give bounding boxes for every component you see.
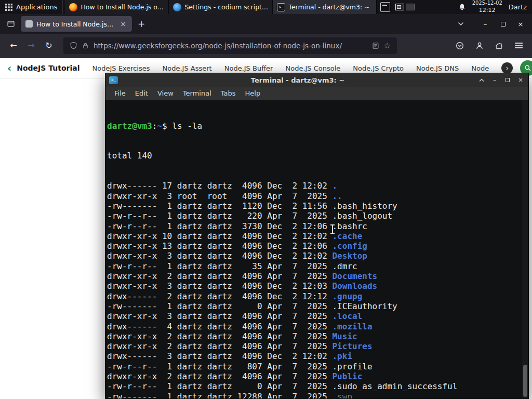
file-name: .cache xyxy=(332,231,362,241)
mouse-text-cursor xyxy=(332,225,333,233)
terminal-listing-line: drwxr-xr-x 13 dartz dartz 4096 Dec 2 12:… xyxy=(107,241,521,251)
menu-tabs[interactable]: Tabs xyxy=(216,89,241,97)
applications-menu-button[interactable]: Applications xyxy=(0,0,62,14)
terminal-minimize-button[interactable]: – xyxy=(490,76,499,84)
menu-view[interactable]: View xyxy=(153,89,178,97)
terminal-listing-line: drwxr-xr-x 2 dartz dartz 4096 Apr 7 2025… xyxy=(107,271,521,281)
terminal-app-icon: >_ xyxy=(109,76,118,84)
file-name: .local xyxy=(332,311,362,321)
tray-terminal-icon[interactable] xyxy=(380,2,390,12)
workspace-2[interactable] xyxy=(406,4,415,10)
terminal-close-button[interactable]: × xyxy=(516,76,525,84)
clock[interactable]: 2025-12-02 12:12 xyxy=(472,0,502,14)
workspace-1[interactable] xyxy=(395,4,404,10)
taskbar-item-browser[interactable]: How to Install Node.js o... xyxy=(65,0,169,14)
tab-title: How to Install Node.js on xyxy=(36,20,115,28)
terminal-command: ls -la xyxy=(172,121,202,131)
applications-icon xyxy=(5,4,12,11)
maximize-icon xyxy=(506,78,510,82)
subnav-link[interactable]: Node xyxy=(471,64,489,72)
subnav-link[interactable]: Node.JS Buffer xyxy=(224,64,273,72)
pocket-icon[interactable] xyxy=(456,42,464,50)
terminal-maximize-button[interactable] xyxy=(503,76,512,84)
subnav-more-button[interactable]: › xyxy=(501,62,513,74)
firefox-icon xyxy=(69,3,77,11)
clock-time: 12:12 xyxy=(472,7,502,14)
terminal-menubar: File Edit View Terminal Tabs Help xyxy=(105,87,528,100)
file-name: .bash_history xyxy=(332,201,397,211)
settings-app-icon xyxy=(173,3,181,11)
file-name: .swp xyxy=(332,392,352,398)
firefox-view-button[interactable] xyxy=(3,17,19,31)
terminal-icon: >_ xyxy=(277,3,285,11)
terminal-listing-line: drwxr-xr-x 3 dartz dartz 4096 Dec 2 12:0… xyxy=(107,251,521,261)
clock-date: 2025-12-02 xyxy=(472,0,502,7)
file-name: .config xyxy=(332,241,367,251)
new-tab-button[interactable]: + xyxy=(134,17,149,31)
terminal-listing-line: -rw-r--r-- 1 dartz dartz 220 Apr 7 2025 … xyxy=(107,211,521,221)
taskbar-item-settings[interactable]: Settings - codium script... xyxy=(169,0,273,14)
terminal-listing-line: drwxr-xr-x 2 dartz dartz 4096 Apr 7 2025… xyxy=(107,331,521,341)
top-panel: Applications How to Install Node.js o...… xyxy=(0,0,532,14)
notification-bell-icon[interactable] xyxy=(458,3,466,11)
subnav-link[interactable]: Node.JS DNS xyxy=(416,64,459,72)
subnav-link[interactable]: Node.JS Crypto xyxy=(353,64,404,72)
window-controls: – × xyxy=(477,17,529,31)
subnav-current-item[interactable]: NodeJS Tutorial xyxy=(17,64,79,72)
browser-close-button[interactable]: × xyxy=(512,17,529,31)
taskbar-item-terminal[interactable]: >_ Terminal - dartz@vm3: ~ xyxy=(273,0,377,14)
lock-icon xyxy=(82,42,89,49)
applications-label: Applications xyxy=(16,3,57,11)
file-name: Pictures xyxy=(332,341,372,351)
workspace-switcher xyxy=(395,4,415,10)
menu-icon[interactable] xyxy=(515,43,523,48)
terminal-scrollbar-thumb[interactable] xyxy=(523,365,527,397)
subnav-link[interactable]: Node.JS Assert xyxy=(163,64,212,72)
url-text[interactable]: https://www.geeksforgeeks.org/node-js/in… xyxy=(94,42,367,50)
terminal-shade-button[interactable] xyxy=(477,76,486,84)
file-name: Downloads xyxy=(332,281,377,291)
terminal-listing-line: drwx------ 3 dartz dartz 4096 Dec 2 12:0… xyxy=(107,351,521,361)
file-name: .dmrc xyxy=(332,261,357,271)
subnav-link[interactable]: Node.JS Console xyxy=(285,64,340,72)
terminal-body[interactable]: dartz@vm3:~$ ls -la total 140 drwx------… xyxy=(105,100,528,398)
terminal-listing-line: -rw-r--r-- 1 dartz dartz 3730 Dec 2 12:0… xyxy=(107,221,521,231)
browser-minimize-button[interactable]: – xyxy=(477,17,494,31)
terminal-titlebar[interactable]: >_ Terminal - dartz@vm3: ~ – × xyxy=(105,73,528,87)
url-bar[interactable]: https://www.geeksforgeeks.org/node-js/in… xyxy=(63,37,397,54)
bookmark-star-icon[interactable]: ☆ xyxy=(384,41,391,50)
file-name: Music xyxy=(332,331,357,341)
menu-file[interactable]: File xyxy=(110,89,130,97)
menu-edit[interactable]: Edit xyxy=(130,89,153,97)
menu-help[interactable]: Help xyxy=(241,89,265,97)
account-icon[interactable] xyxy=(475,42,484,50)
terminal-scrollbar[interactable] xyxy=(522,100,528,398)
navigation-toolbar: ← → ↻ https://www.geeksforgeeks.org/node… xyxy=(0,34,532,58)
taskbar: How to Install Node.js o... Settings - c… xyxy=(65,0,377,14)
reader-mode-icon[interactable] xyxy=(372,42,379,49)
back-button[interactable]: ← xyxy=(5,37,22,54)
reload-button[interactable]: ↻ xyxy=(41,37,57,54)
browser-maximize-button[interactable] xyxy=(495,17,511,31)
file-name: .ICEauthority xyxy=(332,301,397,311)
tab-close-icon[interactable]: × xyxy=(119,20,127,28)
browser-tab[interactable]: How to Install Node.js on × xyxy=(21,16,132,32)
workspace-window-thumb xyxy=(397,5,401,9)
extensions-icon[interactable] xyxy=(495,42,503,50)
list-all-tabs-button[interactable] xyxy=(454,17,468,31)
forward-button[interactable]: → xyxy=(23,37,39,54)
terminal-total-line: total 140 xyxy=(107,151,521,161)
subnav-link[interactable]: NodeJS Exercises xyxy=(92,64,150,72)
terminal-window: >_ Terminal - dartz@vm3: ~ – × File Edit… xyxy=(105,73,529,399)
file-name: .sudo_as_admin_successful xyxy=(332,381,457,391)
menu-terminal[interactable]: Terminal xyxy=(178,89,216,97)
terminal-prompt-line: dartz@vm3:~$ ls -la xyxy=(107,121,521,131)
user-name[interactable]: Dartz xyxy=(509,3,527,11)
file-name: .bashrc xyxy=(332,221,367,231)
prompt-cwd: ~ xyxy=(157,121,162,131)
terminal-listing-line: -rw------- 1 dartz dartz 1120 Dec 2 11:5… xyxy=(107,201,521,211)
terminal-title: Terminal - dartz@vm3: ~ xyxy=(118,76,477,84)
terminal-listing-line: drwxr-xr-x 10 dartz dartz 4096 Dec 2 12:… xyxy=(107,231,521,241)
tracking-shield-icon[interactable] xyxy=(70,42,77,49)
subnav-back-icon[interactable]: ‹ xyxy=(7,62,11,74)
